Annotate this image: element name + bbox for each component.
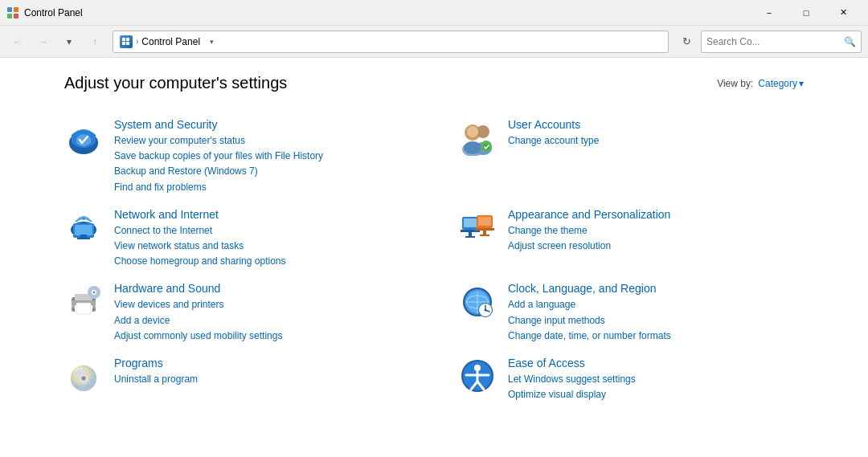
link-change-input[interactable]: Change input methods (508, 313, 804, 328)
system-security-title[interactable]: System and Security (114, 118, 410, 131)
hardware-sound-icon (64, 282, 103, 320)
svg-rect-1 (14, 7, 18, 12)
clock-language-icon (458, 282, 497, 320)
link-screen-resolution[interactable]: Adjust screen resolution (508, 239, 804, 254)
category-user-accounts: User Accounts Change account type (458, 112, 804, 202)
link-find-fix[interactable]: Find and fix problems (114, 180, 410, 195)
svg-rect-4 (122, 38, 125, 41)
programs-title[interactable]: Programs (114, 357, 410, 369)
clock-language-title[interactable]: Clock, Language, and Region (508, 282, 804, 295)
maximize-button[interactable]: □ (788, 0, 825, 26)
network-internet-title[interactable]: Network and Internet (114, 208, 410, 221)
user-accounts-content: User Accounts Change account type (508, 118, 804, 149)
svg-point-60 (474, 365, 481, 371)
svg-rect-7 (126, 42, 129, 45)
svg-rect-26 (465, 236, 475, 238)
window-title: Control Panel (24, 7, 83, 18)
svg-rect-25 (469, 232, 472, 236)
category-system-security: System and Security Review your computer… (64, 112, 410, 202)
svg-rect-0 (7, 7, 12, 12)
svg-point-57 (82, 377, 85, 380)
network-internet-icon (64, 208, 103, 247)
ease-access-icon (458, 357, 497, 395)
search-input[interactable] (706, 36, 844, 47)
svg-point-13 (467, 126, 478, 137)
viewby-dropdown[interactable]: Category ▾ (758, 78, 804, 89)
svg-rect-6 (122, 42, 125, 45)
svg-rect-28 (478, 217, 491, 226)
svg-point-41 (93, 292, 96, 294)
svg-rect-20 (77, 238, 90, 239)
hardware-sound-content: Hardware and Sound View devices and prin… (114, 282, 410, 344)
network-internet-content: Network and Internet Connect to the Inte… (114, 208, 410, 270)
category-network-internet: Network and Internet Connect to the Inte… (64, 202, 410, 276)
ease-access-title[interactable]: Ease of Access (508, 357, 804, 369)
svg-point-21 (82, 217, 85, 220)
category-ease-access: Ease of Access Let Windows suggest setti… (458, 350, 804, 409)
categories-grid: System and Security Review your computer… (64, 112, 804, 409)
link-mobility-settings[interactable]: Adjust commonly used mobility settings (114, 328, 410, 344)
svg-rect-5 (126, 38, 129, 41)
link-backup-copies[interactable]: Save backup copies of your files with Fi… (114, 149, 410, 164)
link-change-date[interactable]: Change date, time, or number formats (508, 328, 804, 344)
app-icon (6, 6, 19, 19)
refresh-button[interactable]: ↻ (675, 31, 698, 53)
forward-button[interactable]: → (32, 31, 55, 53)
ease-access-content: Ease of Access Let Windows suggest setti… (508, 357, 804, 402)
svg-rect-38 (76, 303, 91, 314)
clock-language-content: Clock, Language, and Region Add a langua… (508, 282, 804, 344)
search-icon[interactable]: 🔍 (844, 36, 856, 47)
up-button[interactable]: ↑ (84, 31, 106, 53)
link-uninstall[interactable]: Uninstall a program (114, 372, 410, 387)
page-header: Adjust your computer's settings View by:… (64, 74, 804, 92)
main-content: Adjust your computer's settings View by:… (0, 58, 868, 425)
programs-content: Programs Uninstall a program (114, 357, 410, 387)
minimize-button[interactable]: − (751, 0, 788, 26)
svg-rect-31 (480, 235, 489, 236)
breadcrumb-separator: › (136, 37, 138, 46)
svg-point-52 (485, 309, 487, 312)
svg-rect-2 (7, 14, 12, 18)
link-change-account[interactable]: Change account type (508, 133, 804, 149)
link-backup-restore[interactable]: Backup and Restore (Windows 7) (114, 164, 410, 179)
link-optimize-display[interactable]: Optimize visual display (508, 387, 804, 402)
svg-point-14 (464, 141, 481, 154)
link-review-status[interactable]: Review your computer's status (114, 133, 410, 149)
view-by-control: View by: Category ▾ (717, 78, 804, 89)
svg-point-11 (477, 125, 489, 138)
category-appearance: Appearance and Personalization Change th… (458, 202, 804, 276)
link-network-status[interactable]: View network status and tasks (114, 239, 410, 254)
close-button[interactable]: ✕ (825, 0, 862, 26)
breadcrumb-icon (120, 35, 133, 48)
link-suggest-settings[interactable]: Let Windows suggest settings (508, 372, 804, 387)
breadcrumb-path: Control Panel (141, 36, 200, 47)
appearance-icon (458, 208, 497, 247)
system-security-content: System and Security Review your computer… (114, 118, 410, 195)
programs-icon (64, 357, 103, 395)
appearance-title[interactable]: Appearance and Personalization (508, 208, 804, 221)
viewby-value: Category (758, 78, 797, 89)
svg-rect-30 (483, 231, 486, 235)
link-add-device[interactable]: Add a device (114, 313, 410, 328)
link-change-theme[interactable]: Change the theme (508, 223, 804, 239)
svg-rect-29 (475, 228, 494, 231)
user-accounts-icon (458, 118, 497, 157)
dropdown-button[interactable]: ▾ (58, 31, 80, 53)
category-programs: Programs Uninstall a program (64, 350, 410, 409)
address-dropdown-button[interactable]: ▾ (203, 31, 219, 53)
search-bar[interactable]: 🔍 (701, 31, 862, 53)
system-security-icon (64, 118, 103, 157)
svg-rect-19 (80, 235, 87, 238)
address-bar[interactable]: › Control Panel ▾ (113, 31, 669, 53)
hardware-sound-title[interactable]: Hardware and Sound (114, 282, 410, 295)
title-bar-left: Control Panel (6, 6, 83, 19)
link-add-language[interactable]: Add a language (508, 297, 804, 312)
appearance-content: Appearance and Personalization Change th… (508, 208, 804, 254)
svg-rect-23 (464, 218, 477, 227)
link-homegroup[interactable]: Choose homegroup and sharing options (114, 254, 410, 269)
link-view-devices[interactable]: View devices and printers (114, 297, 410, 312)
back-button[interactable]: ← (6, 31, 29, 53)
nav-bar: ← → ▾ ↑ › Control Panel ▾ ↻ 🔍 (0, 26, 868, 58)
user-accounts-title[interactable]: User Accounts (508, 118, 804, 131)
link-connect-internet[interactable]: Connect to the Internet (114, 223, 410, 239)
